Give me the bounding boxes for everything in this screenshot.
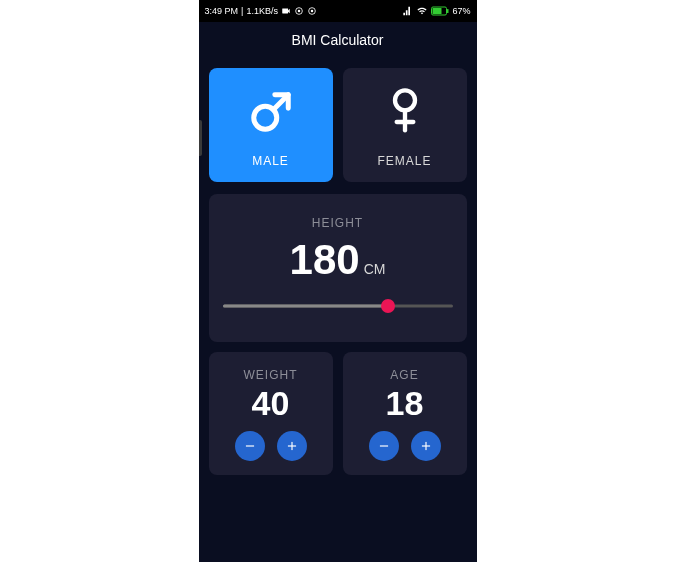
sync-icon <box>307 6 317 16</box>
status-bar: 3:49 PM | 1.1KB/s 67% <box>199 0 477 22</box>
weight-plus-button[interactable] <box>277 431 307 461</box>
age-value: 18 <box>386 384 424 423</box>
age-label: AGE <box>390 368 418 382</box>
height-unit: CM <box>364 261 386 277</box>
weight-minus-button[interactable] <box>235 431 265 461</box>
slider-thumb[interactable] <box>381 299 395 313</box>
content: MALE FEMALE HEIGHT 180 CM <box>199 68 477 475</box>
age-minus-button[interactable] <box>369 431 399 461</box>
weight-label: WEIGHT <box>244 368 298 382</box>
status-right: 67% <box>402 6 470 16</box>
camera-icon <box>281 6 291 16</box>
battery-icon <box>431 6 449 16</box>
male-label: MALE <box>252 154 289 168</box>
svg-rect-15 <box>379 445 387 446</box>
svg-rect-14 <box>291 442 292 450</box>
status-sep: | <box>241 6 243 16</box>
weight-card: WEIGHT 40 <box>209 352 333 475</box>
male-icon <box>248 82 294 142</box>
svg-rect-6 <box>447 9 449 13</box>
age-plus-button[interactable] <box>411 431 441 461</box>
svg-rect-12 <box>245 445 253 446</box>
height-slider[interactable] <box>223 298 453 314</box>
side-handle <box>199 120 202 156</box>
weight-value: 40 <box>252 384 290 423</box>
height-label: HEIGHT <box>312 216 363 230</box>
location-icon <box>294 6 304 16</box>
svg-point-1 <box>298 10 301 13</box>
minus-icon <box>377 439 391 453</box>
height-value: 180 <box>290 236 360 284</box>
gender-card-female[interactable]: FEMALE <box>343 68 467 182</box>
phone-frame: 3:49 PM | 1.1KB/s 67% BMI Calculator <box>199 0 477 562</box>
status-time: 3:49 PM <box>205 6 239 16</box>
app-title: BMI Calculator <box>292 32 384 48</box>
weight-buttons <box>235 431 307 461</box>
plus-icon <box>419 439 433 453</box>
gender-row: MALE FEMALE <box>209 68 467 182</box>
female-icon <box>385 82 425 142</box>
height-card: HEIGHT 180 CM <box>209 194 467 342</box>
minus-icon <box>243 439 257 453</box>
height-value-row: 180 CM <box>290 236 386 284</box>
plus-icon <box>285 439 299 453</box>
signal-icon <box>402 6 413 16</box>
slider-track-active <box>223 305 389 308</box>
stats-row: WEIGHT 40 AGE 18 <box>209 352 467 475</box>
wifi-icon <box>416 6 428 16</box>
gender-card-male[interactable]: MALE <box>209 68 333 182</box>
svg-point-9 <box>395 90 415 110</box>
svg-rect-5 <box>433 8 442 14</box>
age-card: AGE 18 <box>343 352 467 475</box>
age-buttons <box>369 431 441 461</box>
app-bar: BMI Calculator <box>199 22 477 58</box>
svg-point-3 <box>311 10 314 13</box>
svg-rect-17 <box>425 442 426 450</box>
status-net-speed: 1.1KB/s <box>246 6 278 16</box>
status-battery: 67% <box>452 6 470 16</box>
status-left: 3:49 PM | 1.1KB/s <box>205 6 317 16</box>
female-label: FEMALE <box>377 154 431 168</box>
